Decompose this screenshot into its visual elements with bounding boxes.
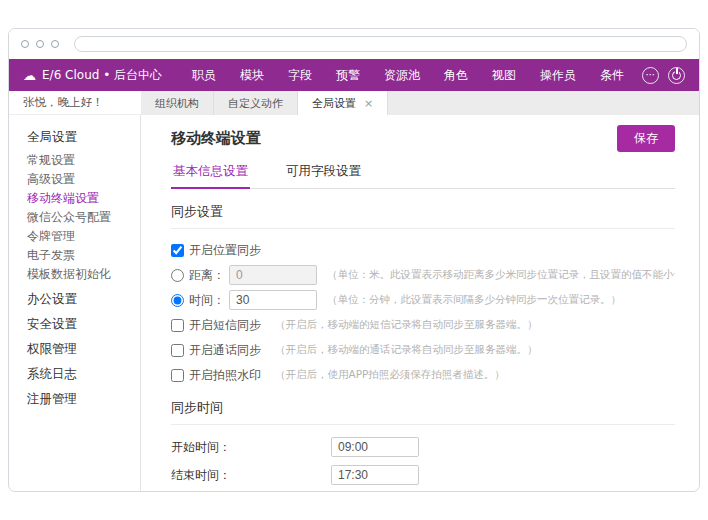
call-sync-row: 开启通话同步 （开启后，移动端的通话记录将自动同步至服务器端。） — [171, 340, 675, 360]
power-icon[interactable] — [668, 67, 685, 84]
browser-chrome — [9, 29, 699, 59]
distance-hint: （单位：米。此设置表示移动距离多少米同步位置记录，且设置的值不能小于100。） — [327, 268, 675, 282]
sidebar-item-e-invoice[interactable]: 电子发票 — [27, 247, 140, 263]
distance-row: 距离： （单位：米。此设置表示移动距离多少米同步位置记录，且设置的值不能小于10… — [171, 265, 675, 285]
sidebar-section-global-settings[interactable]: 全局设置 — [27, 129, 140, 145]
main-content: 移动终端设置 保存 基本信息设置 可用字段设置 同步设置 开启位置同步 距离： … — [141, 115, 699, 491]
sidebar-section-security-settings[interactable]: 安全设置 — [27, 316, 140, 332]
sms-sync-label: 开启短信同步 — [189, 317, 261, 334]
sidebar-section-permission-management[interactable]: 权限管理 — [27, 341, 140, 357]
subheader: 张悦，晚上好！ 组织机构 自定义动作 全局设置 × — [9, 91, 699, 115]
greeting: 张悦，晚上好！ — [9, 91, 141, 115]
doc-tab-label: 全局设置 — [312, 96, 356, 111]
nav-item-role[interactable]: 角色 — [444, 67, 468, 84]
nav-item-condition[interactable]: 条件 — [600, 67, 624, 84]
nav-item-alert[interactable]: 预警 — [336, 67, 360, 84]
url-bar[interactable] — [74, 36, 687, 52]
call-sync-label: 开启通话同步 — [189, 342, 261, 359]
distance-radio[interactable] — [171, 269, 184, 282]
sidebar-item-mobile-terminal-settings[interactable]: 移动终端设置 — [27, 190, 140, 206]
sms-sync-hint: （开启后，移动端的短信记录将自动同步至服务器端。） — [275, 318, 538, 332]
sidebar-item-wechat-official-config[interactable]: 微信公众号配置 — [27, 209, 140, 225]
end-time-label: 结束时间： — [171, 467, 331, 484]
page-title: 移动终端设置 — [171, 129, 261, 148]
sidebar-item-template-data-init[interactable]: 模板数据初始化 — [27, 266, 140, 282]
body-row: 全局设置 常规设置 高级设置 移动终端设置 微信公众号配置 令牌管理 电子发票 … — [9, 115, 699, 491]
power-glyph-icon — [672, 71, 681, 80]
window-control-dot-3[interactable] — [51, 40, 59, 48]
header-actions: ⋯ — [642, 67, 685, 84]
doc-tab-custom-actions[interactable]: 自定义动作 — [214, 91, 298, 115]
photo-watermark-row: 开启拍照水印 （开启后，使用APP拍照必须保存拍照者描述。） — [171, 365, 675, 385]
nav-item-field[interactable]: 字段 — [288, 67, 312, 84]
sms-sync-checkbox[interactable] — [171, 319, 184, 332]
nav-item-resource-pool[interactable]: 资源池 — [384, 67, 420, 84]
more-icon[interactable]: ⋯ — [642, 67, 659, 84]
doc-tab-organization[interactable]: 组织机构 — [141, 91, 214, 115]
start-time-input[interactable] — [331, 437, 419, 457]
nav-item-staff[interactable]: 职员 — [192, 67, 216, 84]
sidebar-item-advanced-settings[interactable]: 高级设置 — [27, 171, 140, 187]
time-radio[interactable] — [171, 294, 184, 307]
sync-time-heading: 同步时间 — [171, 399, 675, 425]
sidebar-item-token-management[interactable]: 令牌管理 — [27, 228, 140, 244]
time-interval-row: 时间： （单位：分钟，此设置表示间隔多少分钟同步一次位置记录。） — [171, 290, 675, 310]
brand-text: E/6 Cloud • 后台中心 — [42, 67, 162, 84]
app-header: ☁ E/6 Cloud • 后台中心 职员 模块 字段 预警 资源池 角色 视图… — [9, 59, 699, 91]
time-hint: （单位：分钟，此设置表示间隔多少分钟同步一次位置记录。） — [327, 293, 621, 307]
location-sync-label: 开启位置同步 — [189, 242, 261, 259]
doc-tab-label: 自定义动作 — [228, 96, 283, 111]
photo-watermark-label: 开启拍照水印 — [189, 367, 261, 384]
nav-item-module[interactable]: 模块 — [240, 67, 264, 84]
nav-item-view[interactable]: 视图 — [492, 67, 516, 84]
end-time-input[interactable] — [331, 465, 419, 485]
time-label: 时间： — [189, 292, 225, 309]
save-button[interactable]: 保存 — [617, 125, 675, 152]
call-sync-hint: （开启后，移动端的通话记录将自动同步至服务器端。） — [275, 343, 538, 357]
distance-label: 距离： — [189, 267, 225, 284]
content-header: 移动终端设置 保存 — [171, 125, 675, 152]
browser-window: ☁ E/6 Cloud • 后台中心 职员 模块 字段 预警 资源池 角色 视图… — [8, 28, 700, 492]
sidebar-item-general-settings[interactable]: 常规设置 — [27, 152, 140, 168]
location-sync-row: 开启位置同步 — [171, 240, 675, 260]
brand-logo: ☁ E/6 Cloud • 后台中心 — [23, 67, 162, 84]
document-tabstrip: 组织机构 自定义动作 全局设置 × — [141, 91, 699, 115]
nav-item-operator[interactable]: 操作员 — [540, 67, 576, 84]
tab-basic-info-settings[interactable]: 基本信息设置 — [171, 158, 250, 189]
photo-watermark-hint: （开启后，使用APP拍照必须保存拍照者描述。） — [275, 368, 505, 382]
location-sync-checkbox[interactable] — [171, 244, 184, 257]
start-time-row: 开始时间： — [171, 436, 675, 458]
doc-tab-label: 组织机构 — [155, 96, 199, 111]
start-time-label: 开始时间： — [171, 439, 331, 456]
cloud-icon: ☁ — [23, 69, 36, 82]
call-sync-checkbox[interactable] — [171, 344, 184, 357]
top-nav: 职员 模块 字段 预警 资源池 角色 视图 操作员 条件 — [192, 67, 624, 84]
photo-watermark-checkbox[interactable] — [171, 369, 184, 382]
time-interval-input[interactable] — [229, 290, 317, 310]
window-control-dot-2[interactable] — [36, 40, 44, 48]
distance-input[interactable] — [229, 265, 317, 285]
sidebar-section-system-log[interactable]: 系统日志 — [27, 366, 140, 382]
tab-close-icon[interactable]: × — [364, 97, 373, 110]
sidebar-section-register-management[interactable]: 注册管理 — [27, 391, 140, 407]
sidebar-section-office-settings[interactable]: 办公设置 — [27, 291, 140, 307]
content-tabs: 基本信息设置 可用字段设置 — [171, 158, 675, 189]
doc-tab-global-settings[interactable]: 全局设置 × — [298, 91, 388, 115]
sms-sync-row: 开启短信同步 （开启后，移动端的短信记录将自动同步至服务器端。） — [171, 315, 675, 335]
window-control-dot-1[interactable] — [21, 40, 29, 48]
end-time-row: 结束时间： — [171, 464, 675, 486]
tab-available-field-settings[interactable]: 可用字段设置 — [284, 158, 363, 188]
sidebar: 全局设置 常规设置 高级设置 移动终端设置 微信公众号配置 令牌管理 电子发票 … — [9, 115, 141, 491]
sync-settings-heading: 同步设置 — [171, 203, 675, 229]
